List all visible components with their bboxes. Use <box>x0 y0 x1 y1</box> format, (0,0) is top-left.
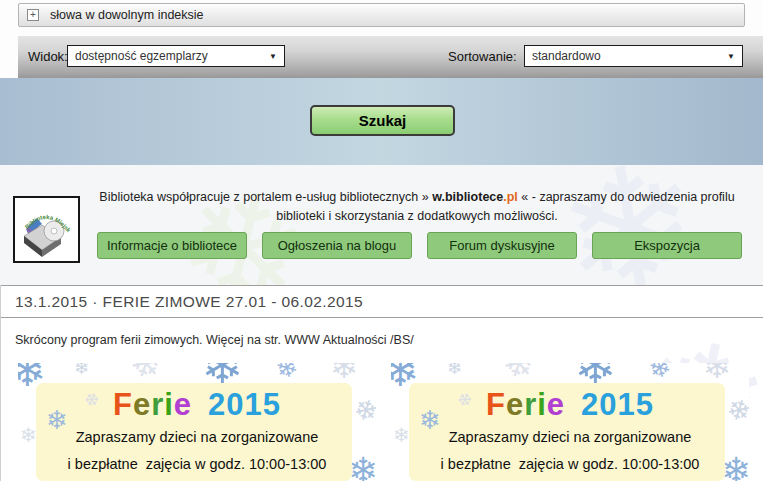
snowflake-icon: ❄ <box>273 363 301 383</box>
index-search-bar[interactable]: + słowa w dowolnym indeksie <box>18 3 745 27</box>
expand-plus-icon[interactable]: + <box>27 9 39 21</box>
snowflake-icon: ❄ <box>330 363 359 383</box>
ferie-letter: r <box>524 387 537 422</box>
sortowanie-label: Sortowanie: <box>448 49 517 64</box>
snowflake-icon: ❄ <box>447 363 462 377</box>
chevron-down-icon: ▼ <box>269 52 277 61</box>
library-logo-graphic: Biblioteka Miejska <box>15 198 78 261</box>
news-summary: Skrócony program ferii zimowych. Więcej … <box>15 333 414 347</box>
ekspozycja-button[interactable]: Ekspozycja <box>592 232 742 259</box>
forum-dyskusyjne-button[interactable]: Forum dyskusyjne <box>427 232 577 259</box>
snowflake-icon: ❄ <box>74 363 89 377</box>
snowflake-icon: ❄ <box>646 363 674 383</box>
ferie-letter: e <box>174 387 192 422</box>
bibliotece-link-tld[interactable]: .pl <box>503 190 518 204</box>
snowflake-icon: ❄ <box>703 363 732 383</box>
info-o-bibliotece-button[interactable]: Informacje o bibliotece <box>97 232 247 259</box>
search-button[interactable]: Szukaj <box>310 105 455 136</box>
ferie-year: 2015 <box>581 387 654 422</box>
library-search-page: + słowa w dowolnym indeksie Widok: dostę… <box>0 0 763 481</box>
description-text-before: Biblioteka współpracuje z portalem e-usł… <box>99 190 432 204</box>
ferie-letter: e <box>506 387 524 422</box>
ferie-letter: e <box>547 387 565 422</box>
widok-select-value: dostępność egzemplarzy <box>75 49 208 63</box>
sortowanie-select[interactable]: standardowo ▼ <box>524 45 743 67</box>
widok-label: Widok: <box>28 49 68 64</box>
filter-toolbar: Widok: dostępność egzemplarzy ▼ Sortowan… <box>18 36 763 78</box>
ferie-banner-image: ❄ ❄ ❄ ❄ ❄ ❄ ❄ ❄ ❄ ❄ ❄ Ferie2015 Zaprasza… <box>391 363 749 481</box>
ferie-letter: i <box>164 387 174 422</box>
ogloszenia-na-blogu-button[interactable]: Ogłoszenia na blogu <box>262 232 412 259</box>
bibliotece-link[interactable]: w.bibliotece <box>432 190 503 204</box>
news-section: ❄ 13.1.2015 · FERIE ZIMOWE 27.01 - 06.02… <box>0 285 763 481</box>
library-logo: Biblioteka Miejska <box>13 196 80 263</box>
search-band: Szukaj <box>0 78 763 165</box>
ferie-letter: r <box>151 387 164 422</box>
widok-select[interactable]: dostępność egzemplarzy ▼ <box>67 45 285 67</box>
ferie-title: Ferie2015 <box>391 387 749 423</box>
ferie-year: 2015 <box>208 387 281 422</box>
library-info-section: ❄ ❄ Biblioteka Miejska Biblioteka współp… <box>0 165 763 285</box>
banner-line1: Zapraszamy dzieci na zorganizowane <box>391 429 749 445</box>
ferie-banner-image: ❄ ❄ ❄ ❄ ❄ ❄ ❄ ❄ ❄ ❄ ❄ Ferie2015 Zaprasza… <box>18 363 376 481</box>
index-bar-label: słowa w dowolnym indeksie <box>50 8 204 22</box>
ferie-letter: i <box>537 387 547 422</box>
news-heading: 13.1.2015 · FERIE ZIMOWE 27.01 - 06.02.2… <box>1 285 763 318</box>
banner-line1: Zapraszamy dzieci na zorganizowane <box>18 429 376 445</box>
ferie-letter: F <box>486 387 506 422</box>
ferie-letter: F <box>113 387 133 422</box>
ferie-title: Ferie2015 <box>18 387 376 423</box>
banner-line2: i bezpłatne zajęcia w godz. 10:00-13:00 <box>391 456 749 472</box>
library-description: Biblioteka współpracuje z portalem e-usł… <box>88 188 746 226</box>
chevron-down-icon: ▼ <box>727 52 735 61</box>
banner-line2: i bezpłatne zajęcia w godz. 10:00-13:00 <box>18 456 376 472</box>
ferie-letter: e <box>133 387 151 422</box>
sortowanie-select-value: standardowo <box>532 49 601 63</box>
